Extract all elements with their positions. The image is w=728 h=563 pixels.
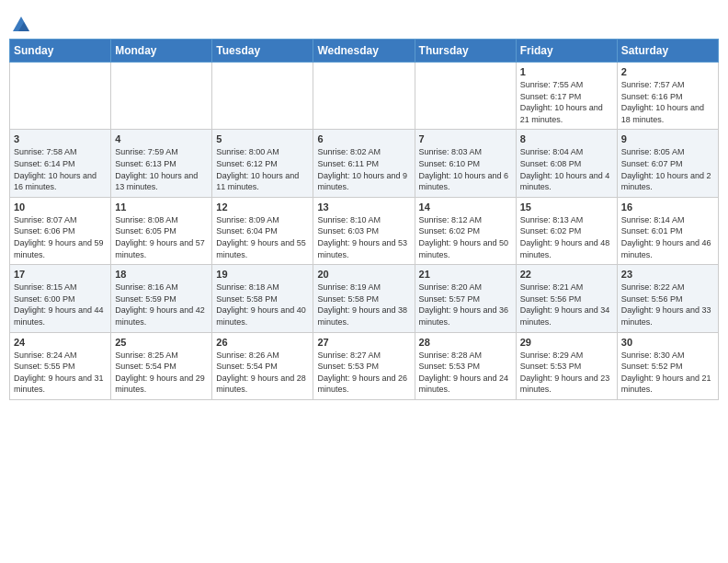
calendar-header-row: SundayMondayTuesdayWednesdayThursdayFrid… <box>10 40 719 63</box>
calendar-cell: 9Sunrise: 8:05 AM Sunset: 6:07 PM Daylig… <box>617 130 718 197</box>
calendar-week-row: 17Sunrise: 8:15 AM Sunset: 6:00 PM Dayli… <box>10 265 719 332</box>
day-number: 20 <box>317 269 410 280</box>
day-number: 21 <box>419 269 512 280</box>
calendar-cell: 7Sunrise: 8:03 AM Sunset: 6:10 PM Daylig… <box>415 130 516 197</box>
calendar-cell: 21Sunrise: 8:20 AM Sunset: 5:57 PM Dayli… <box>415 265 516 332</box>
calendar-cell: 26Sunrise: 8:26 AM Sunset: 5:54 PM Dayli… <box>212 332 313 399</box>
day-number: 3 <box>14 133 107 144</box>
calendar-cell: 27Sunrise: 8:27 AM Sunset: 5:53 PM Dayli… <box>313 332 415 399</box>
day-number: 8 <box>520 133 613 144</box>
calendar-cell: 4Sunrise: 7:59 AM Sunset: 6:13 PM Daylig… <box>111 130 212 197</box>
day-number: 7 <box>419 133 512 144</box>
day-info: Sunrise: 8:00 AM Sunset: 6:12 PM Dayligh… <box>216 146 309 192</box>
day-number: 15 <box>520 201 613 213</box>
day-info: Sunrise: 8:13 AM Sunset: 6:02 PM Dayligh… <box>520 214 613 260</box>
calendar-cell: 16Sunrise: 8:14 AM Sunset: 6:01 PM Dayli… <box>617 197 718 264</box>
day-number: 28 <box>419 337 512 348</box>
day-info: Sunrise: 8:22 AM Sunset: 5:56 PM Dayligh… <box>621 282 714 327</box>
day-info: Sunrise: 8:15 AM Sunset: 6:00 PM Dayligh… <box>14 282 107 327</box>
day-number: 16 <box>621 201 714 213</box>
calendar-cell <box>313 63 415 130</box>
day-header-friday: Friday <box>516 40 617 63</box>
calendar-cell: 8Sunrise: 8:04 AM Sunset: 6:08 PM Daylig… <box>516 130 617 197</box>
day-number: 13 <box>317 201 410 213</box>
calendar-cell: 24Sunrise: 8:24 AM Sunset: 5:55 PM Dayli… <box>10 332 111 399</box>
day-info: Sunrise: 8:05 AM Sunset: 6:07 PM Dayligh… <box>621 146 714 192</box>
day-info: Sunrise: 8:25 AM Sunset: 5:54 PM Dayligh… <box>115 350 208 396</box>
day-number: 19 <box>216 269 309 280</box>
day-number: 14 <box>419 201 512 213</box>
calendar-week-row: 10Sunrise: 8:07 AM Sunset: 6:06 PM Dayli… <box>10 197 719 264</box>
day-info: Sunrise: 7:57 AM Sunset: 6:16 PM Dayligh… <box>621 79 714 125</box>
day-number: 10 <box>14 201 107 213</box>
calendar-week-row: 1Sunrise: 7:55 AM Sunset: 6:17 PM Daylig… <box>10 63 719 130</box>
day-info: Sunrise: 8:02 AM Sunset: 6:11 PM Dayligh… <box>317 146 410 192</box>
calendar-cell: 17Sunrise: 8:15 AM Sunset: 6:00 PM Dayli… <box>10 265 111 332</box>
calendar-week-row: 3Sunrise: 7:58 AM Sunset: 6:14 PM Daylig… <box>10 130 719 197</box>
calendar-cell: 1Sunrise: 7:55 AM Sunset: 6:17 PM Daylig… <box>516 63 617 130</box>
calendar-cell: 15Sunrise: 8:13 AM Sunset: 6:02 PM Dayli… <box>516 197 617 264</box>
logo <box>9 15 31 35</box>
calendar-cell: 22Sunrise: 8:21 AM Sunset: 5:56 PM Dayli… <box>516 265 617 332</box>
day-header-monday: Monday <box>111 40 212 63</box>
calendar-cell: 20Sunrise: 8:19 AM Sunset: 5:58 PM Dayli… <box>313 265 415 332</box>
logo-icon <box>11 15 31 35</box>
calendar-cell: 10Sunrise: 8:07 AM Sunset: 6:06 PM Dayli… <box>10 197 111 264</box>
calendar-cell: 25Sunrise: 8:25 AM Sunset: 5:54 PM Dayli… <box>111 332 212 399</box>
day-number: 5 <box>216 133 309 144</box>
day-header-wednesday: Wednesday <box>313 40 415 63</box>
day-info: Sunrise: 8:21 AM Sunset: 5:56 PM Dayligh… <box>520 282 613 327</box>
calendar-cell <box>212 63 313 130</box>
day-number: 27 <box>317 337 410 348</box>
day-info: Sunrise: 8:30 AM Sunset: 5:52 PM Dayligh… <box>621 350 714 396</box>
day-header-tuesday: Tuesday <box>212 40 313 63</box>
day-header-thursday: Thursday <box>415 40 516 63</box>
day-number: 25 <box>115 337 208 348</box>
calendar-cell: 14Sunrise: 8:12 AM Sunset: 6:02 PM Dayli… <box>415 197 516 264</box>
day-info: Sunrise: 8:03 AM Sunset: 6:10 PM Dayligh… <box>419 146 512 192</box>
calendar-cell <box>415 63 516 130</box>
calendar-table: SundayMondayTuesdayWednesdayThursdayFrid… <box>9 39 719 400</box>
day-info: Sunrise: 8:16 AM Sunset: 5:59 PM Dayligh… <box>115 282 208 327</box>
calendar-cell: 11Sunrise: 8:08 AM Sunset: 6:05 PM Dayli… <box>111 197 212 264</box>
day-info: Sunrise: 8:18 AM Sunset: 5:58 PM Dayligh… <box>216 282 309 327</box>
day-info: Sunrise: 8:14 AM Sunset: 6:01 PM Dayligh… <box>621 214 714 260</box>
day-info: Sunrise: 8:29 AM Sunset: 5:53 PM Dayligh… <box>520 350 613 396</box>
calendar-cell <box>111 63 212 130</box>
day-info: Sunrise: 7:58 AM Sunset: 6:14 PM Dayligh… <box>14 146 107 192</box>
calendar-cell <box>10 63 111 130</box>
day-number: 29 <box>520 337 613 348</box>
calendar-cell: 12Sunrise: 8:09 AM Sunset: 6:04 PM Dayli… <box>212 197 313 264</box>
day-info: Sunrise: 8:20 AM Sunset: 5:57 PM Dayligh… <box>419 282 512 327</box>
day-info: Sunrise: 8:26 AM Sunset: 5:54 PM Dayligh… <box>216 350 309 396</box>
day-info: Sunrise: 8:12 AM Sunset: 6:02 PM Dayligh… <box>419 214 512 260</box>
page-header <box>9 9 719 35</box>
calendar-week-row: 24Sunrise: 8:24 AM Sunset: 5:55 PM Dayli… <box>10 332 719 399</box>
day-number: 11 <box>115 201 208 213</box>
day-info: Sunrise: 8:07 AM Sunset: 6:06 PM Dayligh… <box>14 214 107 260</box>
calendar-cell: 29Sunrise: 8:29 AM Sunset: 5:53 PM Dayli… <box>516 332 617 399</box>
day-number: 12 <box>216 201 309 213</box>
calendar-cell: 23Sunrise: 8:22 AM Sunset: 5:56 PM Dayli… <box>617 265 718 332</box>
day-info: Sunrise: 8:09 AM Sunset: 6:04 PM Dayligh… <box>216 214 309 260</box>
calendar-cell: 6Sunrise: 8:02 AM Sunset: 6:11 PM Daylig… <box>313 130 415 197</box>
calendar-cell: 2Sunrise: 7:57 AM Sunset: 6:16 PM Daylig… <box>617 63 718 130</box>
day-header-sunday: Sunday <box>10 40 111 63</box>
day-number: 22 <box>520 269 613 280</box>
day-info: Sunrise: 7:59 AM Sunset: 6:13 PM Dayligh… <box>115 146 208 192</box>
day-number: 1 <box>520 66 613 77</box>
day-number: 30 <box>621 337 714 348</box>
day-number: 6 <box>317 133 410 144</box>
day-number: 26 <box>216 337 309 348</box>
day-info: Sunrise: 8:10 AM Sunset: 6:03 PM Dayligh… <box>317 214 410 260</box>
day-number: 24 <box>14 337 107 348</box>
calendar-cell: 5Sunrise: 8:00 AM Sunset: 6:12 PM Daylig… <box>212 130 313 197</box>
day-header-saturday: Saturday <box>617 40 718 63</box>
calendar-cell: 30Sunrise: 8:30 AM Sunset: 5:52 PM Dayli… <box>617 332 718 399</box>
day-number: 17 <box>14 269 107 280</box>
day-number: 2 <box>621 66 714 77</box>
day-number: 23 <box>621 269 714 280</box>
day-info: Sunrise: 8:24 AM Sunset: 5:55 PM Dayligh… <box>14 350 107 396</box>
day-info: Sunrise: 8:19 AM Sunset: 5:58 PM Dayligh… <box>317 282 410 327</box>
day-number: 9 <box>621 133 714 144</box>
